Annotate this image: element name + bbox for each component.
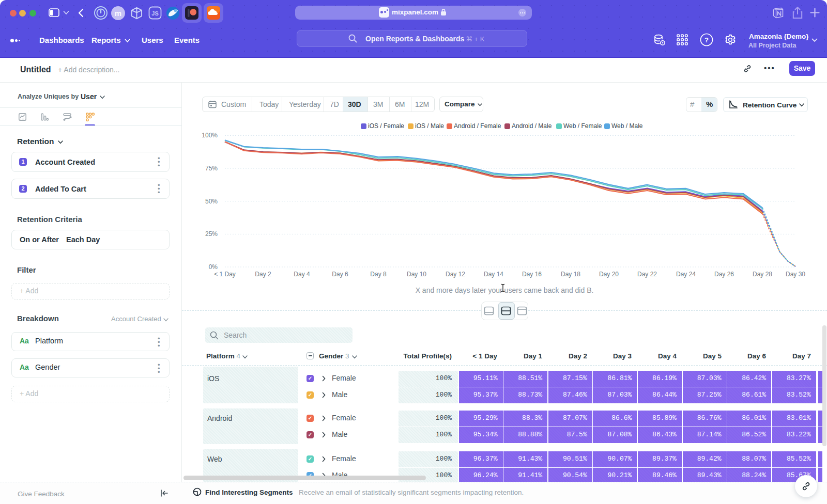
svg-text:Day 22: Day 22 — [637, 271, 657, 278]
svg-text:Day 26: Day 26 — [714, 271, 734, 278]
svg-text:Day 12: Day 12 — [446, 271, 465, 278]
svg-text:Day 24: Day 24 — [676, 271, 696, 278]
svg-text:50%: 50% — [205, 198, 218, 205]
svg-text:75%: 75% — [205, 165, 218, 172]
svg-text:< 1 Day: < 1 Day — [214, 271, 236, 278]
svg-text:25%: 25% — [205, 230, 218, 238]
svg-text:?: ? — [705, 36, 709, 44]
svg-text:Day 16: Day 16 — [522, 271, 542, 278]
svg-text:Day 20: Day 20 — [599, 271, 619, 278]
svg-text:Day 10: Day 10 — [407, 271, 426, 278]
svg-text:Day 28: Day 28 — [753, 271, 772, 278]
svg-text:Day 30: Day 30 — [786, 271, 805, 278]
svg-text:Day 8: Day 8 — [370, 271, 387, 278]
svg-text:JS: JS — [151, 10, 158, 17]
svg-text:100%: 100% — [202, 132, 218, 139]
svg-text:Day 14: Day 14 — [484, 271, 503, 278]
svg-text:Day 18: Day 18 — [561, 271, 580, 278]
svg-text:0%: 0% — [209, 263, 218, 271]
svg-text:Day 2: Day 2 — [255, 271, 271, 278]
svg-text:Day 6: Day 6 — [332, 271, 348, 278]
svg-text:Day 4: Day 4 — [294, 271, 310, 278]
